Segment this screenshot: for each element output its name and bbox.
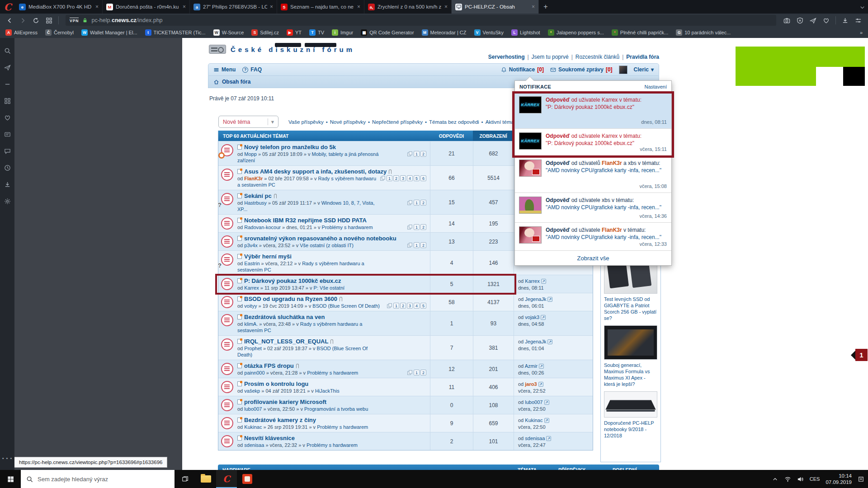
bookmark-item[interactable]: V VentuSky	[474, 29, 504, 36]
quick-link[interactable]: Nové příspěvky	[330, 119, 366, 125]
bookmark-item[interactable]: M Meteoradar | CZ	[422, 29, 467, 36]
forum-link[interactable]: Vše ostatní (z oblasti IT)	[300, 243, 354, 248]
lastpost-author-link[interactable]: vojak3	[525, 314, 539, 320]
downloads-icon[interactable]	[839, 15, 851, 26]
topic-title[interactable]: profilovanie kariery Microsoft	[237, 398, 427, 406]
lastpost-author-link[interactable]: Karrex	[525, 278, 539, 284]
bookmark-item[interactable]: T TV	[309, 29, 324, 36]
back-button[interactable]	[4, 15, 16, 26]
browser-tab[interactable]: PC-HELP.CZ - Obsah	[452, 0, 539, 14]
browser-tab[interactable]: a, Zrychlení z 0 na 500 km/h z	[364, 0, 452, 14]
private-messages-link[interactable]: Soukromé zprávy[0]	[550, 66, 613, 73]
author-link[interactable]: Kukinac	[244, 424, 262, 430]
author-link[interactable]: voityy	[244, 303, 257, 309]
author-link[interactable]: sdenisaa	[244, 442, 264, 448]
browser-tab[interactable]: M Doručená pošta - r0m4n.ku	[103, 0, 190, 14]
page-jumps[interactable]: 12345	[387, 303, 426, 309]
forum-logo-text[interactable]: České diskuzní fórum	[231, 46, 355, 53]
topic-title[interactable]: Nesvítí klávesnice	[237, 434, 427, 442]
page-number-chip[interactable]: 2	[420, 370, 426, 375]
user-avatar[interactable]	[619, 66, 627, 74]
bookmark-item[interactable]: ▶ YT	[287, 29, 302, 36]
page-number-chip[interactable]: 3	[400, 175, 406, 181]
article-link[interactable]: Test levných SSD od GIGABYTE a Patriot S…	[604, 296, 657, 321]
page-jumps[interactable]: 123456	[380, 175, 426, 181]
grid[interactable]	[4, 93, 11, 109]
article-link[interactable]: Doporučené PC-HELP notebooky 9/2018 - 12…	[604, 420, 657, 439]
notifications-link[interactable]: Notifikace[0]	[501, 66, 544, 73]
author-link[interactable]: FlanK3r	[244, 176, 263, 181]
forum-link[interactable]: Mobily, tablety a jiná přenosná zařízení	[237, 151, 378, 163]
goto-lastpost-icon[interactable]	[544, 418, 549, 423]
tab-close-icon[interactable]	[270, 4, 273, 10]
faq-link[interactable]: FAQ	[242, 66, 262, 73]
bookmark-item[interactable]: W W-Source	[213, 29, 244, 36]
new-topic-button[interactable]: Nové téma	[218, 116, 278, 128]
quick-link[interactable]: Vaše příspěvky	[288, 119, 324, 125]
history[interactable]	[4, 160, 11, 176]
browser-tab[interactable]: S Seznam – najdu tam, co ne	[277, 0, 364, 14]
forum-link[interactable]: Problémy s hardwarem	[307, 370, 358, 375]
new-tab-button[interactable]	[539, 0, 552, 14]
tab-close-icon[interactable]	[183, 4, 186, 10]
author-link[interactable]: klimA.	[244, 321, 258, 327]
file-explorer-button[interactable]	[195, 470, 216, 488]
author-link[interactable]: Karrex	[244, 285, 259, 291]
bookmark-item[interactable]: L Lightshot	[511, 29, 540, 36]
topic-title[interactable]: P: Dárkový poukaz 1000kč ebux.cz	[237, 277, 427, 285]
hidden-icons-chevron[interactable]	[772, 476, 778, 483]
menu-button[interactable]: Menu	[213, 66, 236, 73]
author-link[interactable]: Radovan-kocour	[244, 225, 281, 230]
author-link[interactable]: p3v4x	[244, 243, 257, 248]
lastpost-author-link[interactable]: jaro3	[525, 381, 537, 387]
bookmarks-overflow-icon[interactable]	[860, 30, 863, 35]
header-link[interactable]: Pravidla fóra	[626, 54, 659, 60]
page-number-chip[interactable]: 5	[414, 175, 420, 181]
browser-taskbar-button[interactable]: C	[216, 470, 237, 488]
page-number-chip[interactable]: 4	[407, 175, 413, 181]
tab-close-icon[interactable]	[532, 4, 535, 10]
author-link[interactable]: lubo007	[244, 406, 262, 412]
topic-title[interactable]: Bezdrátová sluchátka na ven	[237, 313, 427, 321]
page-number-chip[interactable]: 1	[393, 303, 399, 309]
network-icon[interactable]	[784, 476, 791, 483]
list-tabs-icon[interactable]	[855, 0, 868, 14]
bookmark-item[interactable]: ▦ QR Code Generator	[361, 29, 414, 36]
article-link[interactable]: Souboj generací, Maximus Formula vs Maxi…	[604, 362, 657, 387]
author-link[interactable]: Prophet	[244, 346, 262, 351]
author-link[interactable]: Eastrin	[244, 261, 259, 266]
goto-lastpost-icon[interactable]	[541, 279, 546, 284]
bookmark-item[interactable]: * Jalapeno poppers s...	[548, 29, 604, 36]
page-number-chip[interactable]: 1	[387, 175, 392, 181]
topic-title[interactable]: srovnatelný výkon repasovaného a nového …	[237, 235, 427, 242]
menu-sliders-icon[interactable]	[852, 15, 864, 26]
page-number-chip[interactable]: 1	[414, 200, 420, 206]
page-number-chip[interactable]: 2	[420, 151, 426, 157]
browser-tab[interactable]: e MediaBox X700 Pro 4K HD	[15, 0, 103, 14]
forum-link[interactable]: HiJackThis	[315, 388, 340, 394]
lastpost-author-link[interactable]: JegenaJk	[525, 339, 546, 344]
author-link[interactable]: Hastrbusy	[244, 200, 267, 206]
goto-lastpost-icon[interactable]	[539, 364, 544, 369]
send-tab-icon[interactable]	[807, 15, 819, 26]
page-number-chip[interactable]: 2	[420, 242, 426, 248]
topic-title[interactable]: Notebook IBM R32 nepřijme SSD HDD PATA	[237, 216, 427, 224]
app-taskbar-button[interactable]	[237, 470, 258, 488]
browser-tab[interactable]: a 27" Philips 276E8VJSB - LC	[190, 0, 277, 14]
volume-icon[interactable]	[797, 476, 804, 483]
pocket-heart-icon[interactable]	[820, 15, 832, 26]
header-link[interactable]: Jsem tu poprvé	[532, 54, 569, 60]
tab-close-icon[interactable]	[444, 4, 448, 10]
url-bar[interactable]: VPN pc-help.cnews.cz/index.php	[66, 15, 776, 26]
bookmark-item[interactable]: t TICKETMASTER (Tic...	[145, 29, 206, 36]
topic-title[interactable]: BSOD od upgradu na Ryzen 3600	[237, 295, 427, 303]
bookmark-item[interactable]: Č Černobyl	[45, 29, 74, 36]
start-button[interactable]	[0, 470, 21, 488]
reload-button[interactable]	[30, 15, 42, 26]
goto-lastpost-icon[interactable]	[547, 339, 552, 344]
lastpost-author-link[interactable]: JegenaJk	[525, 296, 546, 302]
page-jumps[interactable]: 12	[407, 224, 426, 230]
topic-title[interactable]: Výběr herní myši	[237, 253, 427, 260]
topic-title[interactable]: Asus AM4 desky support a infa, zkušenost…	[237, 168, 427, 175]
lastpost-author-link[interactable]: Azmir	[525, 363, 538, 369]
